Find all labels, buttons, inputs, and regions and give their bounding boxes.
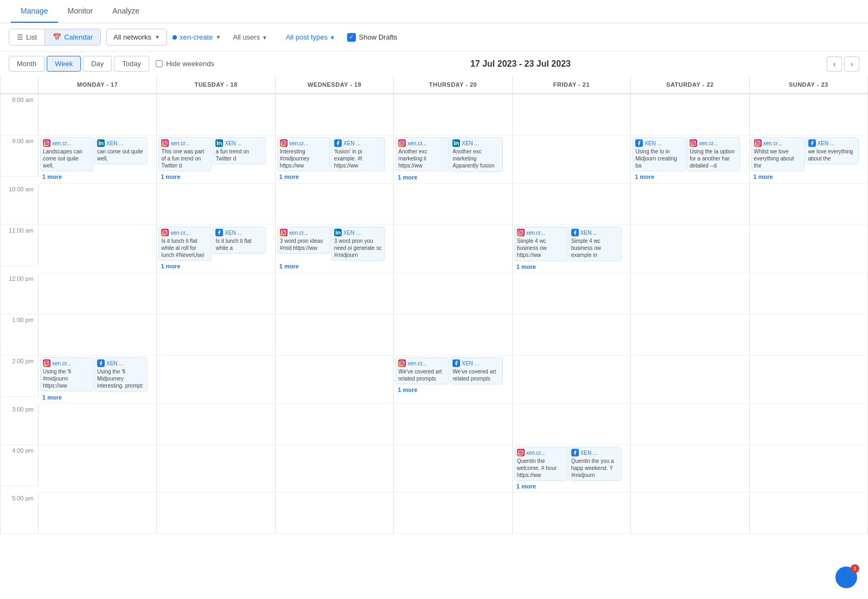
post-card[interactable]: xen.cr...Simple 4 wc business ow https:/… <box>514 227 567 261</box>
cell-mon-3-00-pm[interactable] <box>39 404 157 445</box>
cell-sun-3-00-pm[interactable] <box>750 404 868 445</box>
prev-week-button[interactable]: ‹ <box>827 56 842 72</box>
cell-thu-4-00-pm[interactable] <box>394 445 512 493</box>
more-posts-badge[interactable]: 1 more <box>395 385 419 394</box>
cell-mon-12-00-pm[interactable] <box>39 273 157 314</box>
post-card[interactable]: XEN ...a fun trend on Twitter d <box>213 137 266 164</box>
cell-tue-4-00-pm[interactable] <box>157 445 275 493</box>
more-posts-badge[interactable]: 1 more <box>633 172 656 181</box>
cell-sun-8-00-am[interactable] <box>750 94 868 136</box>
more-posts-badge[interactable]: 1 more <box>277 262 301 270</box>
list-view-button[interactable]: ☰ List <box>9 29 45 45</box>
cell-sun-12-00-pm[interactable] <box>750 273 868 314</box>
post-card[interactable]: xen.cr...We've covered art related promp… <box>395 357 449 384</box>
cell-thu-3-00-pm[interactable] <box>394 404 512 445</box>
cell-sat-10-00-am[interactable] <box>631 184 749 225</box>
cell-sat-1-00-pm[interactable] <box>631 314 749 356</box>
cell-fri-4-00-pm[interactable]: xen.cr...Quentin the welcome. # hour htt… <box>513 445 631 493</box>
cell-thu-1-00-pm[interactable] <box>394 314 512 356</box>
cell-fri-2-00-pm[interactable] <box>513 356 631 404</box>
cell-sat-4-00-pm[interactable] <box>631 445 749 493</box>
cell-sun-4-00-pm[interactable] <box>750 445 868 493</box>
post-card[interactable]: XEN ...Is it lunch ti flat white a <box>213 227 266 254</box>
post-card[interactable]: xen.cr...Interesting #midjourney https:/… <box>277 137 330 171</box>
cell-sun-11-00-am[interactable] <box>750 225 868 273</box>
post-card[interactable]: XEN ...Using the 'fi Midjourney interest… <box>94 357 148 392</box>
cell-tue-10-00-am[interactable] <box>157 184 275 225</box>
post-card[interactable]: XEN ...we love everything about the <box>806 137 859 164</box>
cell-mon-4-00-pm[interactable] <box>39 445 157 493</box>
cell-wed-2-00-pm[interactable] <box>276 356 394 404</box>
all-post-types-button[interactable]: All post types ▼ <box>279 29 342 45</box>
cell-mon-2-00-pm[interactable]: xen.cr...Using the 'fi #midjourni https:… <box>39 356 157 404</box>
cell-wed-11-00-am[interactable]: xen.cr...3 word pron ideas #mid https://… <box>276 225 394 273</box>
cell-thu-2-00-pm[interactable]: xen.cr...We've covered art related promp… <box>394 356 512 404</box>
cell-mon-5-00-pm[interactable] <box>39 493 157 534</box>
cell-sat-3-00-pm[interactable] <box>631 404 749 445</box>
day-button[interactable]: Day <box>83 56 112 72</box>
cell-fri-8-00-am[interactable] <box>513 94 631 136</box>
post-card[interactable]: xen.cr...Whilst we love everything about… <box>751 137 805 171</box>
post-card[interactable]: XEN ...3 word pron you need oi generate … <box>331 227 385 261</box>
cell-sat-12-00-pm[interactable] <box>631 273 749 314</box>
all-users-button[interactable]: All users ▼ <box>226 29 273 45</box>
cell-sun-10-00-am[interactable] <box>750 184 868 225</box>
post-card[interactable]: xen.cr...This one was part of a fun tren… <box>158 137 212 171</box>
today-button[interactable]: Today <box>114 56 149 72</box>
more-posts-badge[interactable]: 1 more <box>40 172 64 181</box>
cell-fri-5-00-pm[interactable] <box>513 493 631 534</box>
post-card[interactable]: xen.cr...3 word pron ideas #mid https://… <box>277 227 330 254</box>
month-button[interactable]: Month <box>9 56 44 72</box>
more-posts-badge[interactable]: 1 more <box>277 172 301 181</box>
cell-thu-9-00-am[interactable]: xen.cr...Another exc marketing li https:… <box>394 136 512 184</box>
cell-tue-3-00-pm[interactable] <box>157 404 275 445</box>
cell-mon-8-00-am[interactable] <box>39 94 157 136</box>
post-card[interactable]: XEN ...Simple 4 wc business ow example i… <box>569 227 622 261</box>
cell-wed-4-00-pm[interactable] <box>276 445 394 493</box>
post-card[interactable]: XEN ...'fusion' in pi example. #t https:… <box>331 137 385 171</box>
cell-wed-5-00-pm[interactable] <box>276 493 394 534</box>
networks-dropdown[interactable]: All networks ▼ <box>106 29 167 46</box>
cell-mon-1-00-pm[interactable] <box>39 314 157 356</box>
cell-thu-10-00-am[interactable] <box>394 184 512 225</box>
post-card[interactable]: XEN ...Another exc marketing Apparently … <box>450 137 503 172</box>
tab-monitor[interactable]: Monitor <box>58 0 103 23</box>
cell-tue-9-00-am[interactable]: xen.cr...This one was part of a fun tren… <box>157 136 275 184</box>
cell-sun-5-00-pm[interactable] <box>750 493 868 534</box>
cell-wed-8-00-am[interactable] <box>276 94 394 136</box>
more-posts-badge[interactable]: 1 more <box>395 173 419 182</box>
cell-thu-5-00-pm[interactable] <box>394 493 512 534</box>
cell-sun-1-00-pm[interactable] <box>750 314 868 356</box>
more-posts-badge[interactable]: 1 more <box>514 482 538 491</box>
cell-mon-9-00-am[interactable]: xen.cr...Landscapes can come out quite w… <box>39 136 157 184</box>
cell-sun-2-00-pm[interactable] <box>750 356 868 404</box>
cell-fri-1-00-pm[interactable] <box>513 314 631 356</box>
cell-tue-2-00-pm[interactable] <box>157 356 275 404</box>
cell-wed-12-00-pm[interactable] <box>276 273 394 314</box>
cell-fri-9-00-am[interactable] <box>513 136 631 184</box>
cell-tue-8-00-am[interactable] <box>157 94 275 136</box>
cell-thu-12-00-pm[interactable] <box>394 273 512 314</box>
cell-thu-8-00-am[interactable] <box>394 94 512 136</box>
more-posts-badge[interactable]: 1 more <box>40 393 64 402</box>
post-card[interactable]: xen.cr...Landscapes can come out quite w… <box>40 137 93 171</box>
post-card[interactable]: xen.cr...Quentin the welcome. # hour htt… <box>514 447 567 481</box>
cell-tue-12-00-pm[interactable] <box>157 273 275 314</box>
cell-sat-11-00-am[interactable] <box>631 225 749 273</box>
week-button[interactable]: Week <box>47 56 81 72</box>
post-card[interactable]: xen.cr...Using the la option for a anoth… <box>687 137 740 171</box>
cell-sat-2-00-pm[interactable] <box>631 356 749 404</box>
cell-wed-3-00-pm[interactable] <box>276 404 394 445</box>
cell-wed-10-00-am[interactable] <box>276 184 394 225</box>
cell-sat-9-00-am[interactable]: XEN ...Using the lo in Midjourn creating… <box>631 136 749 184</box>
more-posts-badge[interactable]: 1 more <box>158 262 182 270</box>
cell-fri-3-00-pm[interactable] <box>513 404 631 445</box>
cell-fri-12-00-pm[interactable] <box>513 273 631 314</box>
cell-mon-10-00-am[interactable] <box>39 184 157 225</box>
show-drafts-checkbox[interactable]: ✓ <box>347 33 356 42</box>
post-card[interactable]: XEN ...can come out quite well, <box>94 137 148 164</box>
more-posts-badge[interactable]: 1 more <box>158 172 182 181</box>
cell-sat-8-00-am[interactable] <box>631 94 749 136</box>
post-card[interactable]: xen.cr...Another exc marketing li https:… <box>395 137 449 171</box>
post-card[interactable]: xen.cr...Is it lunch ti flat white al ro… <box>158 227 212 261</box>
